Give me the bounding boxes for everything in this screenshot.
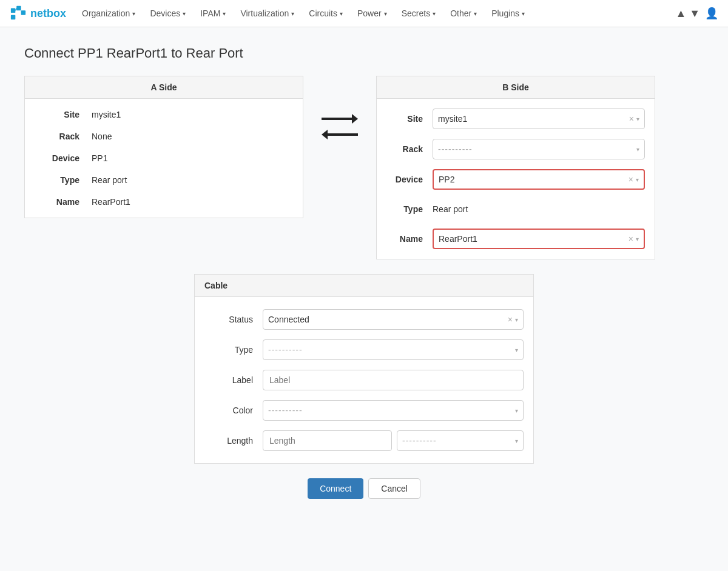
cable-length-unit-placeholder: ---------- — [402, 436, 515, 446]
cable-color-label: Color — [204, 406, 253, 415]
nav-organization[interactable]: Organization ▾ — [76, 0, 141, 27]
cable-label-input[interactable] — [263, 370, 524, 390]
a-site-row: Site mysite1 — [25, 104, 303, 125]
navbar: netbox Organization ▾ Devices ▾ IPAM ▾ V… — [0, 0, 728, 27]
a-name-value: RearPort1 — [92, 197, 130, 207]
cable-status-label: Status — [204, 315, 253, 324]
svg-rect-0 — [11, 8, 15, 13]
chevron-down-icon: ▾ — [433, 10, 436, 17]
cable-length-row: Length ---------- ▾ — [204, 426, 524, 456]
cable-type-placeholder: ---------- — [268, 345, 515, 355]
b-device-clear-icon[interactable]: × — [629, 175, 633, 184]
nav-power[interactable]: Power ▾ — [351, 0, 393, 27]
svg-marker-9 — [322, 130, 328, 139]
cable-color-select[interactable]: ---------- ▾ — [263, 400, 524, 421]
a-device-value: PP1 — [92, 153, 107, 163]
user-menu[interactable]: ▲ ▼ 👤 — [675, 7, 718, 20]
cable-length-input[interactable] — [263, 430, 392, 451]
cable-label-label: Label — [204, 375, 253, 385]
left-arrow-icon — [322, 128, 358, 141]
a-device-label: Device — [37, 153, 79, 163]
cable-length-unit-dropdown-icon[interactable]: ▾ — [515, 438, 518, 444]
cable-status-dropdown-icon[interactable]: ▾ — [515, 316, 518, 323]
a-name-label: Name — [37, 197, 79, 207]
b-name-label: Name — [386, 234, 423, 244]
cable-status-clear-icon[interactable]: × — [508, 315, 513, 324]
b-device-row: Device PP2 × ▾ — [377, 164, 655, 195]
a-rack-row: Rack None — [25, 125, 303, 147]
b-side-header: B Side — [377, 76, 655, 99]
page-title: Connect PP1 RearPort1 to Rear Port — [24, 45, 704, 61]
b-type-value: Rear port — [433, 199, 468, 219]
b-device-select[interactable]: PP2 × ▾ — [433, 169, 645, 190]
a-site-label: Site — [37, 110, 79, 119]
b-rack-label: Rack — [386, 144, 423, 154]
b-device-label: Device — [386, 175, 423, 184]
cable-type-dropdown-icon[interactable]: ▾ — [515, 347, 518, 353]
b-rack-dropdown-icon[interactable]: ▾ — [636, 146, 639, 153]
cable-color-row: Color ---------- ▾ — [204, 395, 524, 426]
b-site-clear-icon[interactable]: × — [629, 114, 634, 124]
chevron-down-icon: ▾ — [474, 10, 477, 17]
b-site-value: mysite1 — [438, 114, 629, 124]
b-name-value: RearPort1 — [439, 234, 629, 244]
arrows-container — [303, 76, 376, 141]
a-type-value: Rear port — [92, 175, 127, 185]
nav-ipam[interactable]: IPAM ▾ — [194, 0, 232, 27]
nav-devices[interactable]: Devices ▾ — [144, 0, 192, 27]
brand-logo[interactable]: netbox — [10, 5, 66, 22]
cable-section: Cable Status Connected × ▾ Type --------… — [194, 274, 534, 464]
brand-name: netbox — [30, 7, 66, 20]
a-type-row: Type Rear port — [25, 169, 303, 191]
cable-status-value: Connected — [268, 315, 508, 324]
cable-length-group: ---------- ▾ — [263, 430, 524, 451]
svg-line-4 — [15, 8, 16, 11]
user-icon[interactable]: ▲ ▼ — [675, 7, 700, 19]
a-name-row: Name RearPort1 — [25, 191, 303, 213]
b-site-dropdown-icon[interactable]: ▾ — [636, 116, 639, 122]
nav-virtualization[interactable]: Virtualization ▾ — [234, 0, 300, 27]
sides-container: A Side Site mysite1 Rack None Device PP1… — [24, 76, 704, 259]
b-name-select[interactable]: RearPort1 × ▾ — [433, 229, 645, 249]
a-side-header: A Side — [25, 76, 303, 99]
b-rack-select[interactable]: ---------- ▾ — [433, 139, 645, 159]
nav-secrets[interactable]: Secrets ▾ — [396, 0, 442, 27]
cable-type-label: Type — [204, 345, 253, 355]
nav-other[interactable]: Other ▾ — [444, 0, 483, 27]
chevron-down-icon: ▾ — [291, 10, 294, 17]
nav-circuits[interactable]: Circuits ▾ — [303, 0, 349, 27]
b-rack-row: Rack ---------- ▾ — [377, 134, 655, 164]
connect-button[interactable]: Connect — [308, 478, 363, 499]
a-type-label: Type — [37, 175, 79, 185]
b-type-row: Type Rear port — [377, 195, 655, 224]
b-name-row: Name RearPort1 × ▾ — [377, 224, 655, 254]
a-side-panel: A Side Site mysite1 Rack None Device PP1… — [24, 76, 303, 218]
b-side-body: Site mysite1 × ▾ Rack ---------- ▾ — [377, 99, 655, 259]
b-site-select[interactable]: mysite1 × ▾ — [433, 109, 645, 129]
a-device-row: Device PP1 — [25, 147, 303, 169]
cancel-button[interactable]: Cancel — [368, 478, 420, 499]
main-content: Connect PP1 RearPort1 to Rear Port A Sid… — [0, 27, 728, 517]
b-site-row: Site mysite1 × ▾ — [377, 104, 655, 134]
cable-type-row: Type ---------- ▾ — [204, 335, 524, 365]
cable-color-dropdown-icon[interactable]: ▾ — [515, 407, 518, 414]
nav-plugins[interactable]: Plugins ▾ — [485, 0, 531, 27]
svg-rect-3 — [11, 15, 15, 19]
cable-length-label: Length — [204, 436, 253, 446]
b-device-dropdown-icon[interactable]: ▾ — [636, 176, 639, 183]
cable-length-unit-select[interactable]: ---------- ▾ — [397, 430, 524, 451]
a-side-body: Site mysite1 Rack None Device PP1 Type R… — [25, 99, 303, 218]
b-name-dropdown-icon[interactable]: ▾ — [636, 236, 639, 242]
button-row: Connect Cancel — [24, 478, 704, 499]
b-name-clear-icon[interactable]: × — [629, 234, 633, 244]
cable-panel-header: Cable — [195, 275, 533, 297]
a-rack-label: Rack — [37, 132, 79, 141]
b-site-label: Site — [386, 114, 423, 124]
svg-rect-2 — [21, 10, 25, 15]
right-arrow-icon — [322, 112, 358, 125]
cable-type-select[interactable]: ---------- ▾ — [263, 339, 524, 360]
user-avatar-icon[interactable]: 👤 — [705, 7, 718, 19]
a-site-value: mysite1 — [92, 110, 121, 119]
cable-status-select[interactable]: Connected × ▾ — [263, 309, 524, 330]
chevron-down-icon: ▾ — [384, 10, 387, 17]
